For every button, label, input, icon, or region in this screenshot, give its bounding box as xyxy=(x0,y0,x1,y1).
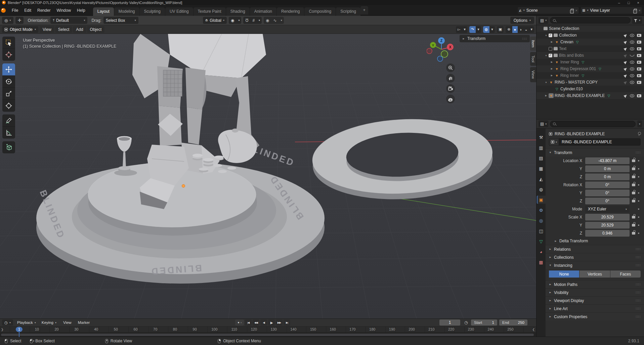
viewport-menu-item[interactable]: Select xyxy=(55,26,72,33)
animate-dot[interactable] xyxy=(638,208,639,210)
current-frame-field[interactable]: 1 xyxy=(439,319,460,326)
collapsed-panel-header[interactable]: ► Custom Properties ∷∷ xyxy=(546,312,644,321)
properties-tab[interactable]: ▥ xyxy=(537,144,546,152)
view-layer-selector[interactable]: ▦▾ View Layer × xyxy=(581,7,642,14)
timeline-menu-item[interactable]: Marker xyxy=(75,320,93,325)
current-frame-badge[interactable]: 1 xyxy=(16,327,23,332)
outliner-item-label[interactable]: Cylinder.010 xyxy=(560,87,583,91)
properties-search-input[interactable] xyxy=(550,121,636,127)
value-field[interactable]: 0 m xyxy=(585,165,630,172)
outliner-row[interactable]: ▶ Ring Inner ▽ xyxy=(536,72,644,79)
add-cube-tool-button[interactable] xyxy=(2,141,15,153)
selectability-dropdown[interactable]: ▻▾ xyxy=(456,26,467,33)
material-preview-button[interactable]: ◑ xyxy=(518,26,523,33)
value-field[interactable]: 0 m xyxy=(585,174,630,180)
add-workspace-button[interactable]: + xyxy=(360,6,368,14)
outliner-item-label[interactable]: RING -BLINDED EXAMPLE xyxy=(555,93,605,98)
outliner-row[interactable]: ▶ Crevan ▽ xyxy=(536,39,644,45)
properties-tab[interactable]: ⚒ xyxy=(537,133,546,141)
3d-viewport[interactable]: BLINDED BLINDED BLINDED BLINDED xyxy=(0,34,536,318)
viewport-menu-item[interactable]: Add xyxy=(73,26,86,33)
lock-icon[interactable] xyxy=(632,167,635,170)
outliner-row[interactable]: Scene Collection ▽ xyxy=(536,25,644,32)
instancing-option-button[interactable]: Vertices xyxy=(579,270,610,278)
properties-tab[interactable]: ▩ xyxy=(537,258,546,266)
selectable-icon[interactable] xyxy=(624,60,628,64)
hide-eye-icon[interactable] xyxy=(630,61,634,64)
menu-item[interactable]: Render xyxy=(34,7,53,14)
expand-region-icon[interactable]: ❯ xyxy=(1,328,4,331)
instancing-panel-header[interactable]: ▼ Instancing ∷∷ xyxy=(546,261,644,269)
auto-keying-button[interactable]: ●▾ xyxy=(235,319,244,326)
play-reverse-button[interactable]: ◀ xyxy=(260,319,267,326)
render-camera-icon[interactable] xyxy=(637,67,641,70)
options-dropdown[interactable]: Options▾ xyxy=(510,17,534,24)
outliner-row[interactable]: ▶ Ring Depressor.001 ▽ xyxy=(536,65,644,72)
render-camera-icon[interactable] xyxy=(637,41,641,44)
collapsed-panel-header[interactable]: ► Motion Paths ∷∷ xyxy=(546,280,644,288)
timeline-ruler[interactable]: ❯ 1 ❮ 1020304050607080901001101201301401… xyxy=(0,327,536,333)
ortho-toggle-button[interactable] xyxy=(446,95,455,103)
timeline-dropdown[interactable]: Playback▾ xyxy=(15,319,38,326)
workspace-tab[interactable]: Sculpting xyxy=(140,7,165,16)
blender-menu-button[interactable] xyxy=(0,8,9,13)
collapse-region-icon[interactable]: ❮ xyxy=(532,328,535,331)
expander-icon[interactable]: ▶ xyxy=(549,67,554,70)
menu-item[interactable]: Edit xyxy=(21,7,34,14)
collection-checkbox[interactable] xyxy=(549,34,552,37)
render-camera-icon[interactable] xyxy=(637,81,641,84)
timeline-scrollbar[interactable] xyxy=(0,333,536,337)
timeline-menu-item[interactable]: View xyxy=(60,320,74,325)
selectable-icon[interactable] xyxy=(624,94,628,98)
outliner-display-mode-dropdown[interactable]: ▤▾ xyxy=(539,17,548,24)
rotation-mode-dropdown[interactable]: XYZ Euler▾ xyxy=(585,206,630,212)
sidebar-tab[interactable]: Item xyxy=(530,37,536,51)
outliner-item-label[interactable]: Text xyxy=(559,46,566,51)
timeline-dropdown[interactable]: Keying▾ xyxy=(39,319,59,326)
lock-icon[interactable] xyxy=(632,200,635,202)
selectable-icon[interactable] xyxy=(624,80,628,85)
outliner-item-label[interactable]: Ring Depressor.001 xyxy=(560,66,596,71)
cursor-tool-button[interactable] xyxy=(2,49,15,61)
outliner-row[interactable]: Cylinder.010 ▽ xyxy=(536,86,644,92)
collapsed-panel-header[interactable]: ► Relations ∷∷ xyxy=(546,245,644,253)
value-field[interactable]: 0° xyxy=(585,190,630,196)
jump-to-end-button[interactable]: ▶| xyxy=(284,319,290,326)
outliner-item-label[interactable]: Collection xyxy=(559,33,577,38)
properties-tab[interactable]: ◍ xyxy=(537,185,546,193)
close-button[interactable]: × xyxy=(637,1,639,5)
expander-icon[interactable]: ▶ xyxy=(544,94,549,97)
frame-end-field[interactable]: End250 xyxy=(499,319,527,326)
render-camera-icon[interactable] xyxy=(637,74,641,77)
navigation-gizmo[interactable]: Z Y X xyxy=(427,36,456,64)
hide-eye-icon[interactable] xyxy=(630,81,634,84)
animate-dot[interactable] xyxy=(638,192,639,194)
annotate-tool-button[interactable] xyxy=(2,114,15,127)
sidebar-tab[interactable]: View xyxy=(530,67,536,82)
workspace-tab[interactable]: Modeling xyxy=(114,7,139,16)
selectable-icon[interactable] xyxy=(624,67,628,71)
timeline-editor-type-dropdown[interactable]: ◷▾ xyxy=(2,319,13,326)
lock-icon[interactable] xyxy=(632,216,635,218)
hide-eye-icon[interactable] xyxy=(630,34,634,37)
value-field[interactable]: 20.529 xyxy=(585,222,630,229)
outliner-item-label[interactable]: Scene Collection xyxy=(549,26,579,31)
drag-dropdown[interactable]: Select Box▾ xyxy=(103,17,138,24)
outliner-row[interactable]: ▶ Inner Ring ▽ xyxy=(536,59,644,65)
pivot-point-dropdown[interactable]: ◉▾ xyxy=(229,17,242,24)
workspace-tab[interactable]: Compositing xyxy=(304,7,336,16)
select-box-tool-button[interactable] xyxy=(2,37,15,49)
lock-icon[interactable] xyxy=(632,224,635,227)
hide-eye-icon[interactable] xyxy=(630,67,634,70)
selectable-icon[interactable] xyxy=(624,47,628,51)
animate-dot[interactable] xyxy=(638,233,639,234)
wireframe-shading-button[interactable]: ⊕ xyxy=(506,26,512,33)
instancing-option-button[interactable]: None xyxy=(549,270,579,278)
outliner-item-label[interactable]: Crevan xyxy=(560,40,573,44)
outliner-item-label[interactable]: Bits and Bobs xyxy=(559,53,584,58)
hide-eye-icon[interactable] xyxy=(630,41,634,44)
menu-item[interactable]: File xyxy=(9,7,21,14)
workspace-tab[interactable]: UV Editing xyxy=(165,7,193,16)
workspace-tab[interactable]: Rendering xyxy=(277,7,304,16)
selectable-icon[interactable] xyxy=(624,53,628,58)
